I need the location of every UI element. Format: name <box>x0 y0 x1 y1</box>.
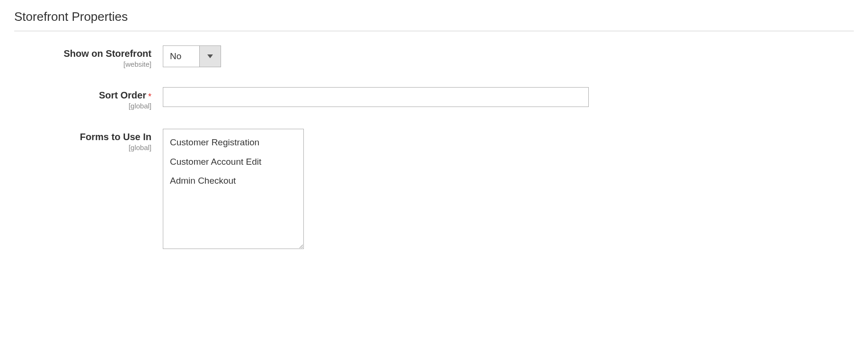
field-sort-order: Sort Order* [global] <box>14 87 854 110</box>
label-show-on-storefront: Show on Storefront [website] <box>14 45 163 68</box>
select-toggle-button[interactable] <box>199 46 221 67</box>
label-sort-order: Sort Order* [global] <box>14 87 163 110</box>
forms-to-use-in-multiselect[interactable]: Customer Registration Customer Account E… <box>163 129 304 249</box>
control-col: Customer Registration Customer Account E… <box>163 129 854 249</box>
multiselect-option[interactable]: Admin Checkout <box>163 171 303 191</box>
multiselect-option[interactable]: Customer Registration <box>163 133 303 152</box>
label-scope: [global] <box>14 143 151 151</box>
show-on-storefront-select[interactable]: No <box>163 45 221 67</box>
label-text: Sort Order <box>99 90 146 101</box>
label-forms-to-use-in: Forms to Use In [global] <box>14 129 163 151</box>
label-scope: [website] <box>14 60 151 68</box>
svg-marker-0 <box>207 54 213 58</box>
storefront-properties-section: Storefront Properties Show on Storefront… <box>0 0 868 282</box>
field-show-on-storefront: Show on Storefront [website] No <box>14 45 854 68</box>
section-title: Storefront Properties <box>14 9 854 24</box>
sort-order-input[interactable] <box>163 87 589 107</box>
label-text: Forms to Use In <box>80 132 151 142</box>
label-scope: [global] <box>14 102 151 110</box>
section-divider <box>14 31 854 31</box>
field-forms-to-use-in: Forms to Use In [global] Customer Regist… <box>14 129 854 249</box>
control-col <box>163 87 854 107</box>
select-value: No <box>163 46 199 67</box>
chevron-down-icon <box>207 54 213 58</box>
multiselect-option[interactable]: Customer Account Edit <box>163 152 303 172</box>
required-asterisk: * <box>148 92 151 101</box>
label-text: Show on Storefront <box>63 48 151 59</box>
control-col: No <box>163 45 854 67</box>
